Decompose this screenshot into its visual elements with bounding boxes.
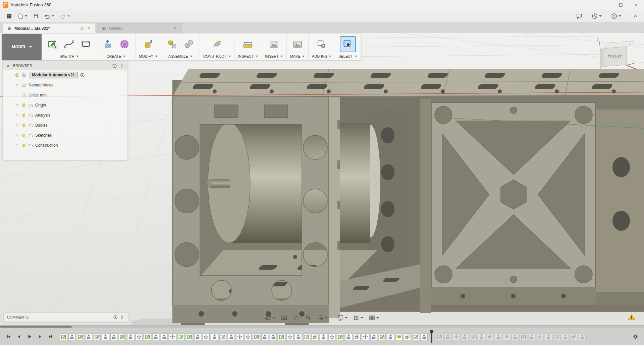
timeline-feature-extrude[interactable] bbox=[387, 333, 394, 340]
timeline-feature-extrude[interactable] bbox=[161, 333, 168, 340]
measure-button[interactable] bbox=[240, 37, 255, 52]
tab-close-button[interactable] bbox=[87, 26, 91, 30]
timeline-feature-extrude[interactable] bbox=[562, 333, 569, 340]
timeline-feature-extrude[interactable] bbox=[228, 333, 235, 340]
timeline-settings-button[interactable] bbox=[631, 332, 640, 341]
clock-button[interactable] bbox=[590, 12, 604, 20]
timeline-feature-extrude[interactable] bbox=[152, 333, 159, 340]
timeline-feature-extrude[interactable] bbox=[211, 333, 218, 340]
document-tab[interactable]: Modular ...ata v21* bbox=[3, 23, 95, 33]
timeline-feature-sketch[interactable] bbox=[177, 333, 184, 340]
timeline-feature-sketch[interactable] bbox=[412, 333, 419, 340]
playhead-grip[interactable] bbox=[430, 330, 433, 333]
timeline-feature-extrude[interactable] bbox=[261, 333, 268, 340]
app-grid-button[interactable] bbox=[4, 12, 14, 20]
browser-item-analysis[interactable]: Analysis bbox=[3, 110, 127, 120]
browser-item-bodies[interactable]: Bodies bbox=[3, 120, 127, 130]
ribbon-group-dropdown[interactable]: INSERT bbox=[265, 53, 283, 59]
timeline-feature-extrude[interactable] bbox=[421, 333, 428, 340]
timeline-feature-sketch[interactable] bbox=[219, 333, 226, 340]
go-to-end-button[interactable] bbox=[46, 332, 55, 341]
joint-button[interactable] bbox=[181, 37, 196, 52]
timeline-feature-sketch[interactable] bbox=[77, 333, 84, 340]
timeline-feature-move[interactable] bbox=[453, 333, 460, 340]
browser-options-icon[interactable] bbox=[112, 63, 117, 68]
timeline-feature-sketch[interactable] bbox=[303, 333, 310, 340]
viewports-button[interactable] bbox=[368, 314, 380, 322]
play-button[interactable] bbox=[25, 332, 34, 341]
ribbon-group-dropdown[interactable]: CONSTRUCT bbox=[203, 53, 231, 59]
timeline-feature-sketch[interactable] bbox=[337, 333, 344, 340]
timeline-feature-sketch[interactable] bbox=[278, 333, 285, 340]
timeline-feature-extrude[interactable] bbox=[295, 333, 302, 340]
timeline-feature-extrude[interactable] bbox=[270, 333, 277, 340]
timeline-feature-sketch[interactable] bbox=[436, 333, 443, 340]
canvas-img-button[interactable] bbox=[267, 37, 281, 52]
make-print-button[interactable] bbox=[290, 37, 305, 52]
step-forward-button[interactable] bbox=[35, 332, 44, 341]
component-button[interactable] bbox=[165, 37, 179, 52]
expand-arrow-icon[interactable] bbox=[15, 83, 19, 87]
timeline-feature-extrude[interactable] bbox=[579, 333, 586, 340]
ribbon-group-dropdown[interactable]: MODIFY bbox=[139, 53, 158, 59]
file-doc-button[interactable] bbox=[15, 12, 30, 20]
timeline-feature-joint[interactable] bbox=[570, 333, 577, 340]
timeline-feature-extrude[interactable] bbox=[461, 333, 468, 340]
timeline-feature-extrude[interactable] bbox=[320, 333, 327, 340]
timeline-feature-joint[interactable] bbox=[404, 333, 411, 340]
timeline-feature-extrude[interactable] bbox=[512, 333, 519, 340]
timeline-feature-sketch[interactable] bbox=[553, 333, 560, 340]
ribbon-group-dropdown[interactable]: CREATE bbox=[107, 53, 126, 59]
timeline-feature-move[interactable] bbox=[203, 333, 210, 340]
ribbon-group-dropdown[interactable]: ASSEMBLE bbox=[168, 53, 193, 59]
timeline-feature-sketch[interactable] bbox=[94, 333, 101, 340]
sketch-create-button[interactable] bbox=[45, 37, 60, 52]
timeline-feature-move[interactable] bbox=[136, 333, 143, 340]
timeline-feature-move[interactable] bbox=[537, 333, 544, 340]
browser-item-construction[interactable]: Construction bbox=[3, 140, 127, 150]
timeline-feature-sketch[interactable] bbox=[186, 333, 193, 340]
visibility-bulb-icon[interactable] bbox=[21, 103, 26, 108]
maximize-window-button[interactable] bbox=[613, 0, 629, 10]
timeline-feature-extrude[interactable] bbox=[478, 333, 485, 340]
go-to-start-button[interactable] bbox=[4, 332, 13, 341]
viewcube[interactable]: Z FRONT bbox=[594, 37, 639, 73]
timeline-feature-extrude[interactable] bbox=[444, 333, 451, 340]
display-monitor-button[interactable] bbox=[336, 314, 348, 322]
document-tab[interactable]: Untitled bbox=[97, 23, 182, 33]
timeline-feature-sketch[interactable] bbox=[520, 333, 527, 340]
browser-grip[interactable] bbox=[120, 63, 125, 68]
save-floppy-button[interactable] bbox=[31, 12, 41, 20]
form-sphere-button[interactable] bbox=[117, 37, 132, 52]
expand-arrow-icon[interactable] bbox=[15, 143, 19, 147]
model-assembly[interactable] bbox=[131, 69, 644, 325]
look-at-button[interactable] bbox=[280, 314, 288, 322]
comments-bar[interactable]: COMMENTS bbox=[3, 313, 128, 322]
timeline-feature-move[interactable] bbox=[245, 333, 252, 340]
addins-gear-button[interactable] bbox=[314, 37, 329, 52]
timeline-feature-component[interactable] bbox=[395, 333, 402, 340]
ribbon-group-dropdown[interactable]: SKETCH bbox=[59, 53, 79, 59]
timeline-feature-extrude[interactable] bbox=[127, 333, 134, 340]
browser-options-button[interactable] bbox=[112, 63, 117, 68]
timeline-feature-move[interactable] bbox=[328, 333, 335, 340]
ribbon-group-dropdown[interactable]: SELECT bbox=[338, 53, 357, 59]
timeline-feature-move[interactable] bbox=[169, 333, 176, 340]
redo-arrow-button[interactable] bbox=[58, 12, 72, 20]
browser-root-row[interactable]: Modular Automata v21 bbox=[3, 70, 127, 80]
expand-arrow-icon[interactable] bbox=[15, 123, 19, 127]
timeline-scroll-thumb[interactable] bbox=[0, 326, 72, 328]
timeline-feature-extrude[interactable] bbox=[68, 333, 75, 340]
timeline-feature-move[interactable] bbox=[286, 333, 293, 340]
browser-item-sketches[interactable]: Sketches bbox=[3, 130, 127, 140]
browser-collapse-icon[interactable] bbox=[5, 63, 10, 68]
timeline-feature-joint[interactable] bbox=[354, 333, 361, 340]
ribbon-group-dropdown[interactable]: MAKE bbox=[290, 53, 305, 59]
comments-target-circle-icon[interactable] bbox=[113, 315, 118, 320]
toolbar-grip[interactable] bbox=[4, 43, 4, 51]
timeline-feature-move[interactable] bbox=[236, 333, 243, 340]
timeline-feature-sketch[interactable] bbox=[144, 333, 151, 340]
ribbon-group-dropdown[interactable]: ADD-INS bbox=[312, 53, 331, 59]
timeline-feature-sketch[interactable] bbox=[60, 333, 67, 340]
timeline-feature-move[interactable] bbox=[362, 333, 369, 340]
